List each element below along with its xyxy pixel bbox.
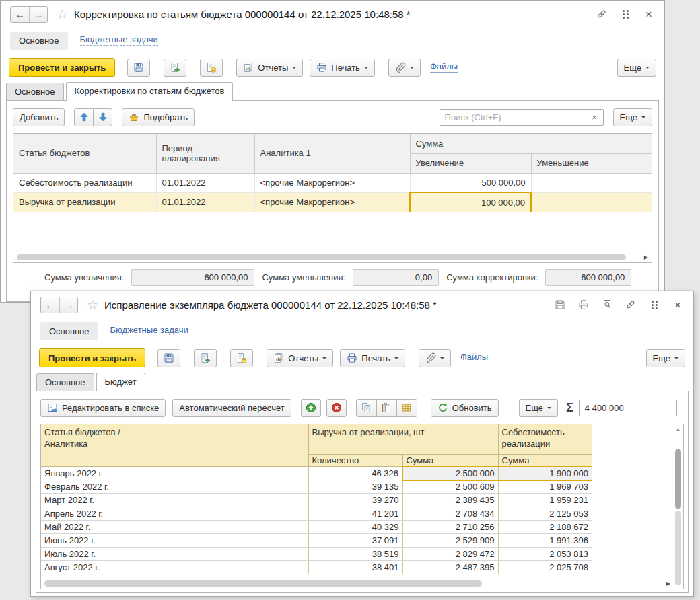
refresh-button[interactable]: Обновить	[431, 399, 499, 417]
auto-recalc-button[interactable]: Автоматический пересчет	[172, 399, 291, 417]
cell-cost[interactable]: 2 025 708	[498, 561, 592, 574]
scroll-up-icon[interactable]: ▲	[676, 425, 681, 435]
print-button[interactable]: Печать	[310, 59, 375, 77]
tab-main[interactable]: Основное	[6, 83, 64, 100]
files-link[interactable]: Файлы	[460, 352, 488, 363]
reports-button[interactable]: Отчеты	[236, 59, 303, 77]
move-down-button[interactable]	[93, 108, 112, 126]
print-icon[interactable]	[578, 299, 590, 311]
scrollbar-thumb[interactable]	[17, 254, 626, 260]
nav-tab-main[interactable]: Основное	[10, 32, 68, 50]
more-button[interactable]: Еще	[617, 59, 656, 77]
cell-sum[interactable]: 2 829 472	[403, 548, 498, 561]
add-button[interactable]	[301, 399, 321, 417]
cell-sum[interactable]: 2 529 909	[403, 534, 498, 548]
cell-increase[interactable]: 500 000,00	[410, 173, 531, 192]
post-movements-button[interactable]	[200, 59, 223, 77]
post-movements-button[interactable]	[230, 349, 253, 367]
cell-analytics[interactable]: <прочие Макрорегион>	[254, 192, 410, 212]
nav-tab-main[interactable]: Основное	[40, 322, 98, 340]
cell-decrease[interactable]	[531, 192, 652, 212]
cell-sum-selected[interactable]: 2 500 000	[403, 467, 498, 480]
scrollbar-thumb[interactable]	[44, 580, 482, 587]
cell-sum[interactable]: 2 710 256	[403, 521, 498, 534]
cell-qty[interactable]: 46 326	[308, 467, 403, 480]
scroll-right-icon[interactable]: ▶	[644, 254, 648, 260]
save-icon[interactable]	[554, 299, 566, 311]
get-link-icon[interactable]	[625, 299, 637, 311]
attachments-button[interactable]	[388, 59, 421, 77]
cell-cost[interactable]: 2 188 672	[498, 521, 592, 534]
more-menu-icon[interactable]	[619, 8, 631, 20]
back-button[interactable]: ←	[11, 7, 29, 22]
cell-item[interactable]: Выручка от реализации	[13, 192, 156, 212]
attachments-button[interactable]	[419, 349, 451, 367]
cell-item[interactable]: Себестоимость реализации	[13, 173, 156, 192]
paste-button[interactable]	[376, 399, 397, 417]
cell-sum[interactable]: 2 389 435	[403, 494, 498, 507]
favorite-star-icon[interactable]: ☆	[87, 297, 98, 313]
delete-button[interactable]	[326, 399, 347, 417]
add-row-button[interactable]: Добавить	[13, 108, 65, 126]
post-button[interactable]	[194, 349, 217, 367]
tab-budget[interactable]: Бюджет	[96, 373, 145, 391]
cell-qty[interactable]: 38 401	[308, 561, 403, 574]
cell-sum[interactable]: 2 500 609	[403, 480, 498, 494]
post-and-close-button[interactable]: Провести и закрыть	[9, 58, 115, 77]
post-button[interactable]	[164, 59, 186, 77]
cell-cost[interactable]: 2 053 813	[498, 548, 592, 561]
cell-increase-selected[interactable]: 100 000,00	[410, 192, 531, 212]
tab-corrections[interactable]: Корректировки по статьям бюджетов	[66, 82, 234, 101]
print-button[interactable]: Печать	[340, 349, 405, 367]
scroll-right-icon[interactable]: ▶	[666, 580, 670, 587]
save-button[interactable]	[127, 59, 150, 77]
copy-button[interactable]	[356, 399, 377, 417]
cell-month[interactable]: Июль 2022 г.	[41, 548, 308, 561]
forward-button[interactable]: →	[29, 7, 47, 22]
back-button[interactable]: ←	[41, 297, 59, 313]
cell-qty[interactable]: 41 201	[308, 507, 403, 521]
cell-cost[interactable]: 1 991 396	[498, 534, 592, 548]
pick-button[interactable]: Подобрать	[122, 108, 194, 126]
close-icon[interactable]: ×	[672, 299, 684, 311]
cell-analytics[interactable]: <прочие Макрорегион>	[254, 173, 410, 192]
save-button[interactable]	[158, 349, 180, 367]
files-link[interactable]: Файлы	[430, 62, 458, 73]
cell-month[interactable]: Февраль 2022 г.	[41, 480, 308, 494]
cell-qty[interactable]: 39 135	[308, 480, 403, 494]
more-button[interactable]: Еще	[646, 349, 685, 367]
cell-cost[interactable]: 2 125 053	[498, 507, 592, 521]
tab-main[interactable]: Основное	[36, 373, 94, 391]
cell-period[interactable]: 01.01.2022	[156, 173, 254, 192]
more-button[interactable]: Еще	[613, 108, 652, 126]
favorite-star-icon[interactable]: ☆	[57, 7, 68, 22]
cell-qty[interactable]: 38 519	[308, 548, 403, 561]
table-mode-button[interactable]	[396, 399, 417, 417]
get-link-icon[interactable]	[596, 8, 608, 20]
cell-month[interactable]: Июнь 2022 г.	[41, 534, 308, 548]
cell-sum[interactable]: 2 708 434	[403, 507, 498, 521]
cell-month[interactable]: Август 2022 г.	[41, 561, 308, 574]
reports-button[interactable]: Отчеты	[267, 349, 333, 367]
search-input[interactable]	[440, 110, 586, 125]
forward-button[interactable]: →	[59, 297, 77, 313]
move-up-button[interactable]	[74, 108, 94, 126]
close-icon[interactable]: ×	[643, 8, 655, 20]
cell-month[interactable]: Январь 2022 г.	[41, 467, 308, 480]
cell-period[interactable]: 01.01.2022	[156, 192, 254, 212]
cell-qty[interactable]: 39 270	[308, 494, 403, 507]
nav-link-budget-tasks[interactable]: Бюджетные задачи	[110, 326, 188, 336]
nav-link-budget-tasks[interactable]: Бюджетные задачи	[80, 35, 158, 46]
cell-cost-selected[interactable]: 1 900 000	[498, 467, 592, 480]
cell-cost[interactable]: 1 969 703	[498, 480, 592, 494]
cell-qty[interactable]: 40 329	[308, 521, 403, 534]
cell-decrease[interactable]	[531, 173, 652, 192]
cell-sum[interactable]: 2 487 395	[403, 561, 498, 574]
cell-month[interactable]: Март 2022 г.	[41, 494, 308, 507]
selected-sum-field[interactable]	[579, 400, 677, 416]
cell-month[interactable]: Апрель 2022 г.	[41, 507, 308, 521]
post-and-close-button[interactable]: Провести и закрыть	[39, 348, 145, 367]
cell-cost[interactable]: 1 959 231	[498, 494, 592, 507]
more-button[interactable]: Еще	[519, 399, 558, 417]
edit-in-list-button[interactable]: Редактировать в списке	[40, 399, 166, 417]
